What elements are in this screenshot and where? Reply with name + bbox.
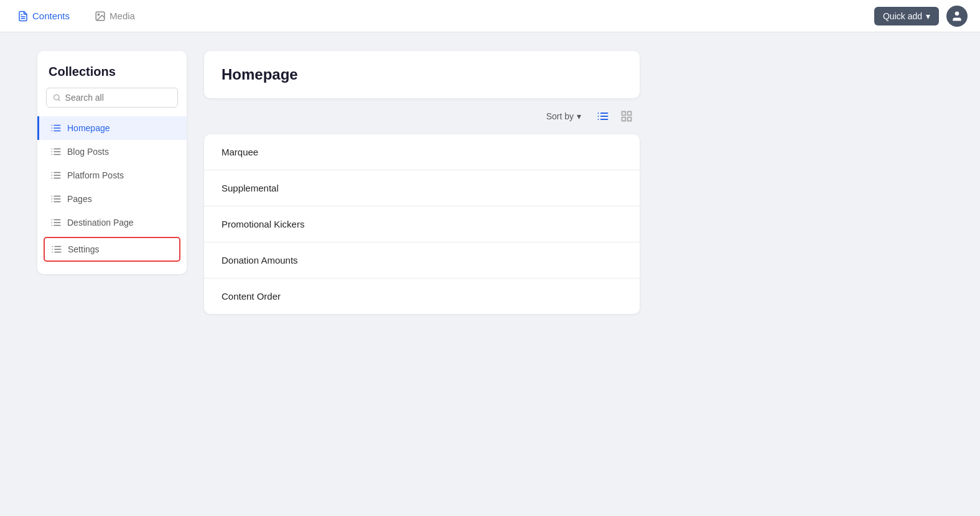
content-row-donation-amounts[interactable]: Donation Amounts xyxy=(204,242,640,279)
collection-icon-settings xyxy=(51,244,62,255)
svg-point-3 xyxy=(98,14,99,15)
content-area: Homepage Sort by ▾ xyxy=(204,51,640,497)
sidebar-item-pages[interactable]: Pages xyxy=(37,187,187,211)
sidebar-item-label: Blog Posts xyxy=(67,147,109,157)
content-row-label: Content Order xyxy=(222,291,281,302)
collection-icon-blog-posts xyxy=(50,146,62,157)
grid-view-button[interactable] xyxy=(616,107,637,126)
search-icon xyxy=(53,93,61,102)
sidebar-item-label: Homepage xyxy=(67,123,110,133)
media-icon xyxy=(95,11,106,22)
content-row-content-order[interactable]: Content Order xyxy=(204,279,640,314)
content-row-marquee[interactable]: Marquee xyxy=(204,134,640,170)
svg-line-6 xyxy=(58,99,60,100)
collection-icon-homepage xyxy=(50,122,62,134)
nav-contents[interactable]: Contents xyxy=(12,8,75,24)
content-list: Marquee Supplemental Promotional Kickers… xyxy=(204,134,640,314)
main-area: Collections Homepage Blog Posts xyxy=(0,32,980,516)
sidebar-item-label: Settings xyxy=(68,244,100,254)
list-view-button[interactable] xyxy=(592,107,614,126)
svg-rect-49 xyxy=(622,112,626,116)
search-box[interactable] xyxy=(46,88,178,108)
topnav: Contents Media Quick add ▾ xyxy=(0,0,980,32)
media-label: Media xyxy=(110,11,135,21)
quick-add-chevron-icon: ▾ xyxy=(926,11,930,21)
contents-label: Contents xyxy=(32,11,70,21)
nav-media[interactable]: Media xyxy=(90,8,140,24)
search-input[interactable] xyxy=(65,93,171,103)
content-controls: Sort by ▾ xyxy=(204,107,640,126)
content-row-promotional-kickers[interactable]: Promotional Kickers xyxy=(204,206,640,242)
collection-icon-destination-page xyxy=(50,217,62,228)
nav-right: Quick add ▾ xyxy=(874,6,968,27)
sidebar: Collections Homepage Blog Posts xyxy=(37,51,187,274)
content-row-label: Promotional Kickers xyxy=(222,219,304,229)
sidebar-item-label: Destination Page xyxy=(67,218,134,228)
quick-add-label: Quick add xyxy=(883,11,922,21)
page-title: Homepage xyxy=(222,66,622,83)
sidebar-item-homepage[interactable]: Homepage xyxy=(37,116,187,140)
svg-rect-52 xyxy=(622,117,626,121)
sidebar-item-platform-posts[interactable]: Platform Posts xyxy=(37,164,187,187)
list-view-icon xyxy=(597,110,609,122)
nav-left: Contents Media xyxy=(12,8,140,24)
sidebar-title: Collections xyxy=(37,65,187,88)
content-row-supplemental[interactable]: Supplemental xyxy=(204,170,640,206)
sort-by-chevron-icon: ▾ xyxy=(577,111,581,121)
sidebar-item-label: Pages xyxy=(67,194,92,204)
avatar-button[interactable] xyxy=(946,6,968,27)
content-row-label: Marquee xyxy=(222,147,258,157)
sort-by-label: Sort by xyxy=(546,111,574,121)
svg-rect-50 xyxy=(628,112,632,116)
content-row-label: Supplemental xyxy=(222,183,279,193)
grid-view-icon xyxy=(620,110,633,122)
svg-point-4 xyxy=(955,11,959,16)
quick-add-button[interactable]: Quick add ▾ xyxy=(874,7,939,25)
view-toggle xyxy=(592,107,637,126)
contents-icon xyxy=(17,11,29,22)
sidebar-item-destination-page[interactable]: Destination Page xyxy=(37,211,187,234)
collection-icon-pages xyxy=(50,193,62,205)
content-row-label: Donation Amounts xyxy=(222,255,298,265)
svg-rect-51 xyxy=(628,117,632,121)
page-title-card: Homepage xyxy=(204,51,640,98)
user-icon xyxy=(951,10,963,22)
sort-by-button[interactable]: Sort by ▾ xyxy=(541,109,586,124)
collection-icon-platform-posts xyxy=(50,170,62,181)
sidebar-item-label: Platform Posts xyxy=(67,170,124,180)
sidebar-item-settings[interactable]: Settings xyxy=(44,237,180,262)
sidebar-item-blog-posts[interactable]: Blog Posts xyxy=(37,140,187,164)
